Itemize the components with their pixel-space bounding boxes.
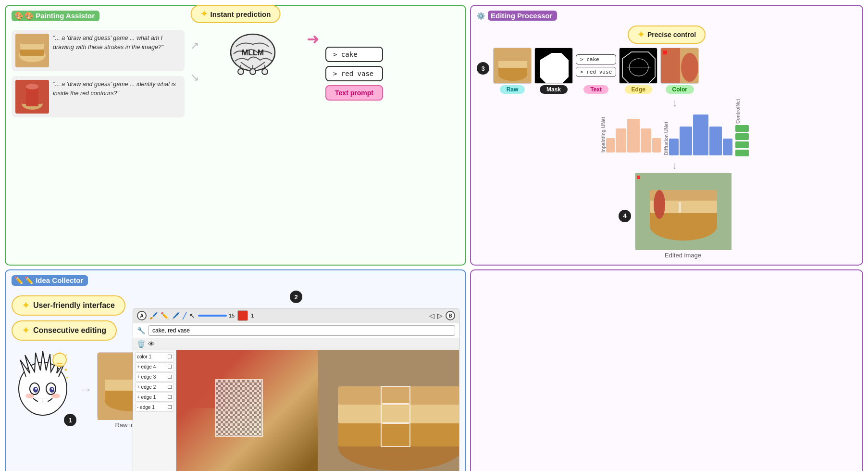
svg-point-50: [51, 394, 60, 398]
editor-interface[interactable]: A 🖌️ ✏️ 🖊️ ╱ ↖ 15 1: [133, 308, 459, 471]
img-box-mask: [534, 48, 573, 84]
layer-checkbox-2[interactable]: ☐: [167, 364, 172, 370]
svg-rect-37: [679, 202, 681, 213]
diff-bar-2: [680, 127, 692, 155]
tool-icon-3[interactable]: 🖊️: [172, 312, 180, 319]
svg-rect-65: [338, 422, 459, 446]
inp-bar-4: [641, 128, 651, 153]
svg-rect-4: [20, 38, 44, 44]
top-row: 🎨 🎨 Painting Assistor ✦ Instant predicti…: [5, 5, 863, 266]
layer-checkbox-1[interactable]: ☐: [167, 354, 172, 360]
svg-line-53: [65, 355, 67, 356]
svg-rect-67: [338, 386, 459, 405]
inp-bar-5: [652, 138, 661, 153]
slider-area[interactable]: 15: [198, 313, 235, 318]
chat-image-2: [15, 80, 49, 114]
svg-rect-48: [43, 398, 48, 403]
prompt-icon: 🔧: [137, 327, 145, 334]
label-raw: Raw: [500, 85, 525, 94]
img-box-color: [660, 48, 699, 84]
svg-rect-3: [20, 43, 44, 50]
svg-text:✦: ✦: [63, 367, 68, 373]
bottom-right-ep: [470, 269, 863, 471]
tool-icon-1[interactable]: 🖌️: [149, 312, 158, 319]
label-B: B: [446, 311, 455, 320]
diff-bar-1: [669, 139, 679, 155]
prompt-cake-small: > cake: [576, 54, 616, 64]
svg-point-38: [654, 190, 665, 219]
feature-badge-2: ✦ Consecutive editing: [12, 320, 117, 341]
brush-size-slider[interactable]: [198, 315, 227, 317]
svg-rect-24: [620, 48, 657, 84]
text-prompts-col: > cake > red vase: [576, 48, 616, 84]
layer-color1[interactable]: color 1 ☐: [135, 352, 174, 361]
arrows-to-mllm: ↗ ↘: [190, 30, 199, 84]
arrow-down-ep: ↓: [493, 97, 856, 109]
svg-rect-21: [498, 61, 527, 68]
tool-icon-2[interactable]: ✏️: [161, 312, 169, 319]
label-A: A: [137, 311, 147, 320]
inp-bar-2: [616, 128, 626, 153]
ep-title-row: ⚙️ Editing Processor: [477, 11, 856, 21]
ctrl-bar-1: [735, 125, 749, 132]
pointer-icon[interactable]: ↖: [189, 312, 195, 319]
idea-features: ✦ User-friendly interface ✦ Consecutive …: [12, 295, 127, 341]
mascot-wrap: ✦ ✦ 1: [12, 350, 74, 429]
prompt-vase-small: > red vase: [576, 67, 616, 77]
ep-top-row: 3: [477, 48, 856, 259]
layer-checkbox-3[interactable]: ☐: [167, 374, 172, 380]
idea-left-col: ✦ User-friendly interface ✦ Consecutive …: [12, 291, 127, 471]
prediction-cake: > cake: [325, 47, 383, 62]
predictions-area: > cake > red vase Text prompt: [325, 47, 383, 101]
star-icon-f2: ✦: [22, 325, 29, 336]
prompt-input[interactable]: [148, 325, 455, 336]
label-color: Color: [666, 85, 694, 94]
svg-line-54: [52, 355, 54, 356]
chat-boxes: "... a 'draw and guess' game ... what am…: [12, 30, 185, 117]
svg-rect-39: [637, 176, 640, 179]
color-swatch[interactable]: [237, 310, 248, 321]
brush-icon[interactable]: ╱: [183, 312, 186, 319]
ep-icon: ⚙️: [477, 12, 485, 20]
svg-rect-47: [38, 398, 43, 403]
svg-point-45: [35, 388, 37, 390]
checkerboard: [215, 379, 263, 437]
canvas-left: [176, 350, 318, 471]
prediction-vase: > red vase: [325, 66, 383, 81]
svg-rect-2: [20, 49, 44, 56]
eye-icon[interactable]: 👁: [148, 340, 155, 348]
chat-box-1: "... a 'draw and guess' game ... what am…: [12, 30, 185, 71]
edited-area: 4: [493, 173, 856, 259]
layer-edge1-minus[interactable]: - edge 1 ☐: [135, 403, 174, 412]
mllm-brain: MLLM: [224, 30, 282, 78]
layer-checkbox-5[interactable]: ☐: [167, 394, 172, 400]
img-thumb-text: > cake > red vase Text: [576, 48, 616, 94]
editing-processor-title: Editing Processor: [488, 11, 557, 21]
img-thumb-mask: Mask: [534, 48, 573, 94]
inp-bar-3: [627, 119, 640, 153]
mllm-area: MLLM: [205, 30, 301, 78]
idea-collector-body: ✦ User-friendly interface ✦ Consecutive …: [12, 291, 459, 471]
arrow-down-ep2: ↓: [493, 159, 856, 172]
svg-point-29: [681, 53, 698, 82]
undo-icon[interactable]: ◁: [429, 312, 434, 319]
svg-point-11: [238, 69, 244, 75]
label-text: Text: [583, 85, 608, 94]
svg-rect-66: [338, 403, 459, 423]
layer-edge1[interactable]: + edge 1 ☐: [135, 393, 174, 402]
layer-edge4[interactable]: + edge 4 ☐: [135, 362, 174, 371]
arrow-1: ↗: [190, 39, 199, 52]
layer-checkbox-4[interactable]: ☐: [167, 384, 172, 390]
diffusion-bars: [669, 115, 732, 155]
editor-tools-row: 🗑️ 👁: [133, 338, 459, 350]
layer-checkbox-6[interactable]: ☐: [167, 404, 172, 410]
ctrl-bar-4: [735, 150, 749, 156]
feature-badge-1: ✦ User-friendly interface: [12, 295, 125, 316]
ctrl-bar-3: [735, 141, 749, 148]
layer-edge2[interactable]: + edge 2 ☐: [135, 382, 174, 392]
badge-4: 4: [619, 210, 631, 222]
redo-icon[interactable]: ▷: [437, 312, 443, 319]
delete-icon[interactable]: 🗑️: [137, 340, 145, 348]
layer-edge3[interactable]: + edge 3 ☐: [135, 372, 174, 382]
painting-assistor-panel: 🎨 🎨 Painting Assistor ✦ Instant predicti…: [5, 5, 466, 266]
